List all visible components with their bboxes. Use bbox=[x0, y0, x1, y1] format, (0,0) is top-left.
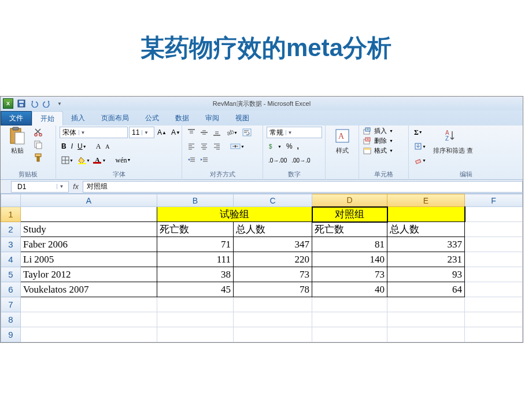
cell-F1[interactable] bbox=[465, 207, 523, 222]
shrink-font-icon[interactable]: A▼ bbox=[169, 127, 182, 138]
col-header-F[interactable]: F bbox=[465, 194, 523, 207]
save-icon[interactable] bbox=[16, 98, 27, 109]
cell-B4[interactable]: 111 bbox=[157, 252, 234, 267]
row-header-1[interactable]: 1 bbox=[1, 207, 21, 222]
align-middle-icon[interactable] bbox=[198, 127, 210, 138]
cell-B9[interactable] bbox=[157, 327, 234, 342]
cut-icon[interactable] bbox=[33, 127, 43, 137]
row-header-3[interactable]: 3 bbox=[1, 237, 21, 252]
cell-F6[interactable] bbox=[465, 282, 523, 297]
cell-F8[interactable] bbox=[465, 312, 523, 327]
align-bottom-icon[interactable] bbox=[211, 127, 223, 138]
cell-B2[interactable]: 死亡数 bbox=[157, 222, 234, 237]
tab-formulas[interactable]: 公式 bbox=[137, 111, 167, 125]
tab-file[interactable]: 文件 bbox=[1, 111, 32, 125]
cell-D1[interactable]: 对照组 bbox=[312, 207, 387, 222]
cell-C9[interactable] bbox=[234, 327, 312, 342]
paste-button[interactable]: 粘贴 bbox=[4, 127, 31, 155]
cell-B3[interactable]: 71 bbox=[157, 237, 234, 252]
orientation-icon[interactable]: ab▼ bbox=[224, 127, 239, 138]
underline-button[interactable]: U▼ bbox=[76, 141, 88, 152]
cell-A6[interactable]: Voukelatos 2007 bbox=[21, 282, 157, 297]
row-header-5[interactable]: 5 bbox=[1, 267, 21, 282]
cell-E5[interactable]: 93 bbox=[387, 267, 465, 282]
cell-C7[interactable] bbox=[234, 297, 312, 312]
cell-C5[interactable]: 73 bbox=[234, 267, 312, 282]
cell-A7[interactable] bbox=[21, 297, 157, 312]
wrap-text-icon[interactable] bbox=[241, 127, 253, 138]
cell-C6[interactable]: 78 bbox=[234, 282, 312, 297]
row-header-6[interactable]: 6 bbox=[1, 282, 21, 297]
font-name-combo[interactable]: 宋体▼ bbox=[60, 127, 128, 138]
name-box[interactable]: D1 ▼ bbox=[11, 181, 69, 193]
select-all-corner[interactable] bbox=[1, 194, 21, 207]
grow-font-icon[interactable]: A▲ bbox=[156, 127, 168, 138]
cell-C2[interactable]: 总人数 bbox=[234, 222, 312, 237]
cell-B6[interactable]: 45 bbox=[157, 282, 234, 297]
cell-B5[interactable]: 38 bbox=[157, 267, 234, 282]
cell-D5[interactable]: 73 bbox=[312, 267, 387, 282]
sort-filter-button[interactable]: AZ 排序和筛选 查 bbox=[430, 127, 476, 155]
tab-page-layout[interactable]: 页面布局 bbox=[93, 111, 137, 125]
cell-E7[interactable] bbox=[387, 297, 465, 312]
borders-button[interactable]: ▼ bbox=[60, 154, 75, 166]
clear-icon[interactable]: ▼ bbox=[412, 154, 428, 166]
row-header-2[interactable]: 2 bbox=[1, 222, 21, 237]
col-header-D[interactable]: D bbox=[312, 194, 387, 207]
font-size-combo[interactable]: 11▼ bbox=[129, 127, 154, 138]
cell-F4[interactable] bbox=[465, 252, 523, 267]
cell-C3[interactable]: 347 bbox=[234, 237, 312, 252]
cell-B8[interactable] bbox=[157, 312, 234, 327]
font-color-button[interactable]: A▼ bbox=[93, 154, 108, 166]
cell-E9[interactable] bbox=[387, 327, 465, 342]
cell-F2[interactable] bbox=[465, 222, 523, 237]
cell-A2[interactable]: Study bbox=[21, 222, 157, 237]
fx-button[interactable]: fx bbox=[69, 183, 83, 191]
align-center-icon[interactable] bbox=[198, 141, 210, 152]
cell-F3[interactable] bbox=[465, 237, 523, 252]
cell-F5[interactable] bbox=[465, 267, 523, 282]
cell-A5[interactable]: Taylor 2012 bbox=[21, 267, 157, 282]
increase-fontsize2-icon[interactable]: A bbox=[94, 141, 103, 152]
tab-home[interactable]: 开始 bbox=[32, 111, 63, 125]
cell-A9[interactable] bbox=[21, 327, 157, 342]
formula-input[interactable]: 对照组 bbox=[83, 181, 523, 193]
cell-B7[interactable] bbox=[157, 297, 234, 312]
col-header-C[interactable]: C bbox=[234, 194, 312, 207]
cell-E8[interactable] bbox=[387, 312, 465, 327]
delete-cells-button[interactable]: ×删除▼ bbox=[363, 136, 393, 145]
percent-format-icon[interactable]: % bbox=[285, 141, 294, 152]
tab-insert[interactable]: 插入 bbox=[63, 111, 93, 125]
cell-C8[interactable] bbox=[234, 312, 312, 327]
insert-cells-button[interactable]: +插入▼ bbox=[363, 127, 393, 135]
cell-D9[interactable] bbox=[312, 327, 387, 342]
cell-A1[interactable] bbox=[21, 207, 157, 222]
align-right-icon[interactable] bbox=[211, 141, 223, 152]
row-header-8[interactable]: 8 bbox=[1, 312, 21, 327]
row-header-9[interactable]: 9 bbox=[1, 327, 21, 342]
cell-A3[interactable]: Faber 2006 bbox=[21, 237, 157, 252]
cell-A4[interactable]: Li 2005 bbox=[21, 252, 157, 267]
cell-D4[interactable]: 140 bbox=[312, 252, 387, 267]
tab-view[interactable]: 视图 bbox=[227, 111, 257, 125]
col-header-E[interactable]: E bbox=[387, 194, 465, 207]
cell-E4[interactable]: 231 bbox=[387, 252, 465, 267]
align-top-icon[interactable] bbox=[186, 127, 197, 138]
decrease-indent-icon[interactable] bbox=[186, 154, 197, 166]
accounting-format-icon[interactable]: $▼ bbox=[267, 141, 283, 152]
bold-button[interactable]: B bbox=[60, 141, 68, 152]
cell-D8[interactable] bbox=[312, 312, 387, 327]
cell-D7[interactable] bbox=[312, 297, 387, 312]
cell-F7[interactable] bbox=[465, 297, 523, 312]
row-header-4[interactable]: 4 bbox=[1, 252, 21, 267]
phonetic-button[interactable]: wén▼ bbox=[113, 154, 132, 166]
cell-F9[interactable] bbox=[465, 327, 523, 342]
italic-button[interactable]: I bbox=[69, 141, 75, 152]
cell-D6[interactable]: 40 bbox=[312, 282, 387, 297]
fill-icon[interactable]: ▼ bbox=[412, 141, 428, 152]
redo-icon[interactable] bbox=[41, 98, 53, 109]
increase-decimal-icon[interactable]: .0→.00 bbox=[267, 154, 289, 166]
cell-E2[interactable]: 总人数 bbox=[387, 222, 465, 237]
format-painter-icon[interactable] bbox=[33, 152, 43, 162]
undo-icon[interactable] bbox=[28, 98, 40, 109]
